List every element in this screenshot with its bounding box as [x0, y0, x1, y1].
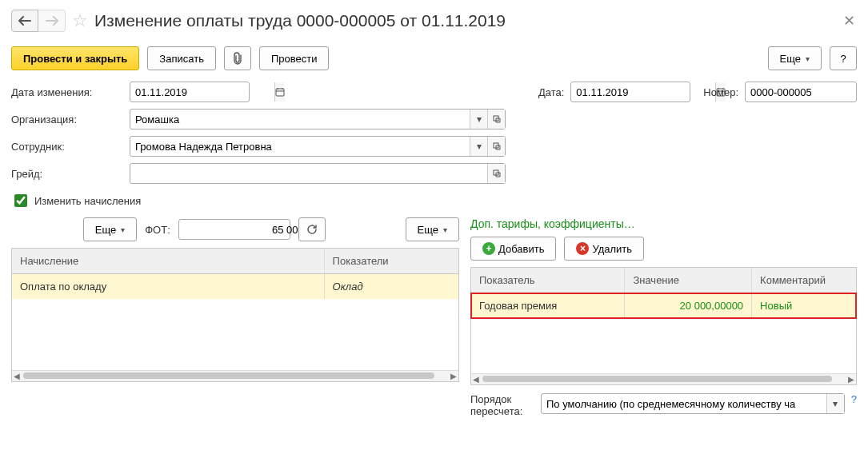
change-date-input[interactable]: [130, 82, 274, 102]
attachment-button[interactable]: [224, 46, 251, 70]
change-accruals-label: Изменить начисления: [34, 195, 141, 207]
number-input-wrap: [745, 82, 857, 102]
recount-dropdown-button[interactable]: ▾: [826, 394, 844, 413]
scroll-right-icon: ▶: [449, 371, 458, 381]
recount-select-wrap: ▾: [541, 393, 845, 414]
table-row[interactable]: Годовая премия 20 000,00000 Новый: [471, 293, 856, 318]
org-dropdown-button[interactable]: ▾: [470, 110, 487, 129]
arrow-right-icon: [45, 16, 59, 26]
col-accrual: Начисление: [12, 249, 325, 273]
recount-help-link[interactable]: ?: [851, 393, 857, 405]
scroll-left-icon: ◀: [471, 374, 481, 384]
chevron-down-icon: ▾: [443, 225, 447, 234]
emp-dropdown-button[interactable]: ▾: [470, 137, 487, 156]
grade-label: Грейд:: [11, 168, 123, 180]
number-label: Номер:: [703, 86, 738, 98]
emp-input-wrap: ▾: [130, 136, 506, 157]
x-circle-icon: ×: [576, 242, 589, 255]
page-title: Изменение оплаты труда 0000-000005 от 01…: [94, 11, 834, 30]
post-button[interactable]: Провести: [259, 46, 330, 70]
scroll-thumb: [482, 376, 832, 382]
delete-button[interactable]: × Удалить: [564, 237, 644, 261]
scroll-left-icon: ◀: [12, 371, 22, 381]
open-ref-icon: [493, 115, 501, 123]
scroll-thumb: [23, 372, 434, 379]
col-indicator: Показатель: [471, 268, 625, 293]
left-more-button[interactable]: Еще▾: [83, 217, 137, 241]
open-ref-icon: [493, 169, 501, 177]
date-label: Дата:: [538, 86, 564, 98]
refresh-icon: [306, 224, 318, 235]
col-indicators: Показатели: [325, 249, 458, 273]
svg-rect-0: [276, 89, 284, 96]
extra-tariffs-link[interactable]: Доп. тарифы, коэффициенты…: [470, 217, 857, 230]
cell-accrual: Оплата по окладу: [12, 274, 325, 299]
accruals-table: Начисление Показатели Оплата по окладу О…: [11, 248, 459, 382]
post-and-close-button[interactable]: Провести и закрыть: [11, 46, 139, 70]
cell-indicator: Годовая премия: [471, 293, 625, 318]
chevron-down-icon: ▾: [121, 225, 125, 234]
cell-comment: Новый: [752, 293, 856, 318]
date-input-wrap: [570, 82, 690, 102]
paperclip-icon: [232, 52, 243, 65]
more-button[interactable]: Еще▾: [768, 46, 822, 70]
calendar-button[interactable]: [274, 82, 285, 102]
org-input-wrap: ▾: [130, 109, 506, 129]
grade-input-wrap: [130, 163, 506, 184]
change-accruals-checkbox[interactable]: [14, 194, 27, 207]
indicators-table: Показатель Значение Комментарий Годовая …: [470, 267, 857, 385]
change-date-label: Дата изменения:: [11, 86, 123, 98]
org-input[interactable]: [130, 110, 470, 129]
col-value: Значение: [625, 268, 752, 293]
cell-indicators: Оклад: [325, 274, 458, 299]
recount-select[interactable]: [542, 394, 826, 413]
emp-label: Сотрудник:: [11, 141, 123, 153]
scroll-right-icon: ▶: [846, 374, 856, 384]
chevron-down-icon: ▾: [806, 54, 810, 63]
refresh-button[interactable]: [298, 217, 326, 241]
arrow-left-icon: [18, 16, 32, 26]
change-accruals-checkbox-row[interactable]: Изменить начисления: [11, 192, 857, 209]
fot-input-wrap: [178, 219, 290, 240]
left-more-label: Еще: [95, 224, 116, 236]
recount-label: Порядок пересчета:: [470, 393, 534, 417]
close-button[interactable]: ✕: [841, 12, 857, 30]
org-open-button[interactable]: [487, 110, 505, 129]
change-date-input-wrap: [130, 82, 250, 102]
nav-back-button[interactable]: [11, 10, 38, 32]
open-ref-icon: [493, 142, 501, 150]
write-button[interactable]: Записать: [147, 46, 216, 70]
cell-value: 20 000,00000: [625, 293, 752, 318]
help-button[interactable]: ?: [830, 46, 857, 70]
more-button-label: Еще: [780, 53, 801, 65]
emp-input[interactable]: [130, 137, 470, 156]
grade-input[interactable]: [130, 164, 487, 183]
org-label: Организация:: [11, 113, 123, 125]
grade-open-button[interactable]: [487, 164, 505, 183]
table-header: Показатель Значение Комментарий: [471, 268, 856, 293]
left-more-label-2: Еще: [418, 224, 438, 236]
table-row[interactable]: Оплата по окладу Оклад: [12, 274, 458, 299]
add-button-label: Добавить: [498, 243, 544, 255]
calendar-icon: [275, 87, 285, 97]
favorite-star-icon[interactable]: ☆: [72, 10, 88, 31]
h-scrollbar[interactable]: ◀ ▶: [12, 370, 458, 381]
nav-forward-button[interactable]: [38, 10, 66, 32]
add-button[interactable]: + Добавить: [470, 237, 556, 261]
h-scrollbar[interactable]: ◀ ▶: [471, 373, 856, 384]
left-more-button-2[interactable]: Еще▾: [406, 217, 459, 241]
col-comment: Комментарий: [752, 268, 856, 293]
date-input[interactable]: [571, 82, 715, 102]
plus-circle-icon: +: [482, 242, 495, 255]
number-input[interactable]: [746, 82, 868, 102]
emp-open-button[interactable]: [487, 137, 505, 156]
table-header: Начисление Показатели: [12, 249, 458, 274]
delete-button-label: Удалить: [592, 243, 632, 255]
fot-label: ФОТ:: [145, 224, 170, 236]
